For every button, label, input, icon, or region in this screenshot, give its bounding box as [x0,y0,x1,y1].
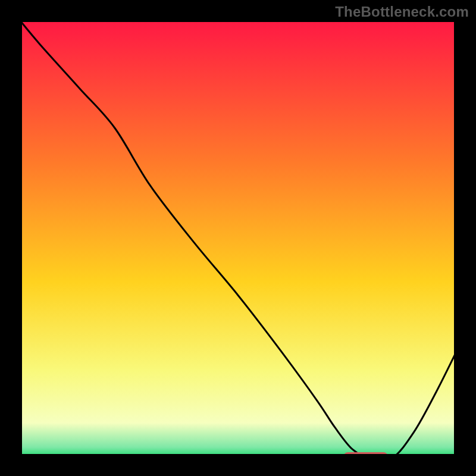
watermark-label: TheBottleneck.com [335,4,469,20]
bottleneck-chart [0,0,476,476]
chart-container: TheBottleneck.com [0,0,476,476]
plot-area [18,18,458,458]
